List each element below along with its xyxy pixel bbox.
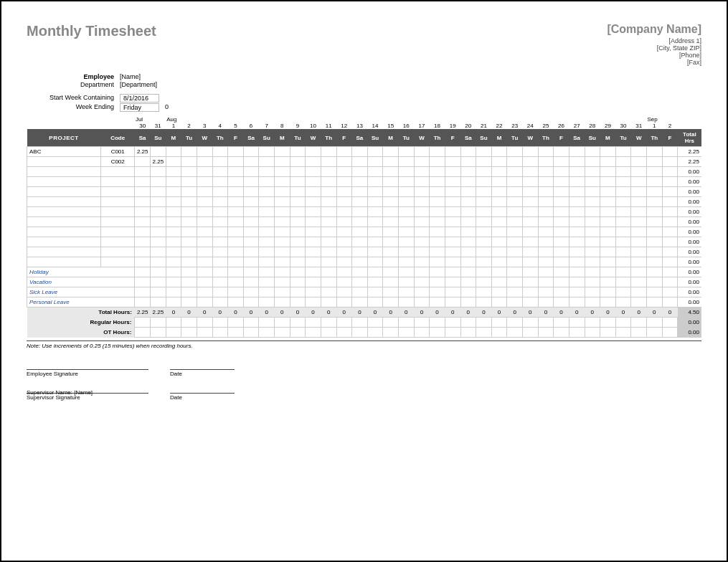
hour-cell[interactable]: [585, 237, 600, 247]
ot-hour-cell[interactable]: [476, 328, 492, 338]
hour-cell[interactable]: [631, 197, 647, 207]
hour-cell[interactable]: [476, 147, 492, 157]
hour-cell[interactable]: [647, 207, 663, 217]
hour-cell[interactable]: [383, 277, 399, 287]
hour-cell[interactable]: [181, 217, 197, 227]
ot-hour-cell[interactable]: [554, 328, 569, 338]
hour-cell[interactable]: [569, 297, 585, 308]
hour-cell[interactable]: [228, 157, 244, 167]
hour-cell[interactable]: [631, 297, 647, 308]
hour-cell[interactable]: [430, 197, 445, 207]
hour-cell[interactable]: [212, 297, 228, 308]
hour-cell[interactable]: [430, 207, 445, 217]
hour-cell[interactable]: [445, 157, 460, 167]
hour-cell[interactable]: [275, 187, 290, 197]
hour-cell[interactable]: [600, 287, 616, 297]
hour-cell[interactable]: [523, 167, 539, 177]
hour-cell[interactable]: [476, 247, 492, 257]
hour-cell[interactable]: [460, 197, 476, 207]
hour-cell[interactable]: [615, 147, 631, 157]
hour-cell[interactable]: [507, 257, 523, 267]
hour-cell[interactable]: [600, 297, 616, 308]
hour-cell[interactable]: [135, 277, 151, 287]
hour-cell[interactable]: [647, 187, 663, 197]
hour-cell[interactable]: [197, 217, 212, 227]
hour-cell[interactable]: [383, 207, 399, 217]
hour-cell[interactable]: [306, 157, 321, 167]
hour-cell[interactable]: [321, 257, 336, 267]
hour-cell[interactable]: [151, 147, 166, 157]
hour-cell[interactable]: [445, 267, 460, 277]
hour-cell[interactable]: [491, 157, 507, 167]
hour-cell[interactable]: [352, 147, 368, 157]
hour-cell[interactable]: [523, 187, 539, 197]
regular-hour-cell[interactable]: [290, 318, 306, 328]
hour-cell[interactable]: [647, 287, 663, 297]
code-cell[interactable]: C001: [101, 147, 135, 157]
hour-cell[interactable]: [352, 167, 368, 177]
hour-cell[interactable]: [647, 217, 663, 227]
hour-cell[interactable]: [445, 257, 460, 267]
hour-cell[interactable]: [554, 227, 569, 237]
hour-cell[interactable]: [321, 297, 336, 308]
hour-cell[interactable]: [383, 287, 399, 297]
hour-cell[interactable]: [275, 267, 290, 277]
hour-cell[interactable]: [166, 297, 181, 308]
hour-cell[interactable]: [321, 227, 336, 237]
hour-cell[interactable]: [554, 157, 569, 167]
hour-cell[interactable]: [228, 197, 244, 207]
hour-cell[interactable]: [399, 157, 415, 167]
hour-cell[interactable]: [275, 227, 290, 237]
hour-cell[interactable]: [259, 227, 275, 237]
hour-cell[interactable]: [460, 267, 476, 277]
hour-cell[interactable]: [647, 267, 663, 277]
hour-cell[interactable]: [228, 187, 244, 197]
hour-cell[interactable]: [151, 287, 166, 297]
regular-hour-cell[interactable]: [569, 318, 585, 328]
hour-cell[interactable]: [647, 167, 663, 177]
hour-cell[interactable]: [383, 267, 399, 277]
ot-hour-cell[interactable]: [151, 328, 166, 338]
ot-hour-cell[interactable]: [631, 328, 647, 338]
hour-cell[interactable]: [212, 157, 228, 167]
hour-cell[interactable]: [367, 217, 383, 227]
hour-cell[interactable]: [460, 147, 476, 157]
project-cell[interactable]: Sick Leave: [27, 287, 135, 297]
hour-cell[interactable]: [336, 257, 352, 267]
regular-hour-cell[interactable]: [275, 318, 290, 328]
project-cell[interactable]: [27, 157, 101, 167]
hour-cell[interactable]: [383, 187, 399, 197]
hour-cell[interactable]: [523, 267, 539, 277]
hour-cell[interactable]: [476, 297, 492, 308]
regular-hour-cell[interactable]: [414, 318, 430, 328]
hour-cell[interactable]: [135, 287, 151, 297]
hour-cell[interactable]: [554, 207, 569, 217]
regular-hour-cell[interactable]: [647, 318, 663, 328]
hour-cell[interactable]: [228, 177, 244, 187]
hour-cell[interactable]: [554, 197, 569, 207]
hour-cell[interactable]: [631, 157, 647, 167]
hour-cell[interactable]: [290, 167, 306, 177]
hour-cell[interactable]: [383, 257, 399, 267]
hour-cell[interactable]: [228, 287, 244, 297]
hour-cell[interactable]: [507, 197, 523, 207]
hour-cell[interactable]: [336, 167, 352, 177]
hour-cell[interactable]: [615, 187, 631, 197]
hour-cell[interactable]: [460, 257, 476, 267]
code-cell[interactable]: [101, 237, 135, 247]
hour-cell[interactable]: [151, 237, 166, 247]
hour-cell[interactable]: [259, 277, 275, 287]
hour-cell[interactable]: [399, 267, 415, 277]
project-cell[interactable]: [27, 177, 101, 187]
ot-hour-cell[interactable]: [228, 328, 244, 338]
hour-cell[interactable]: [507, 227, 523, 237]
regular-hour-cell[interactable]: [259, 318, 275, 328]
hour-cell[interactable]: [569, 287, 585, 297]
hour-cell[interactable]: [151, 207, 166, 217]
hour-cell[interactable]: [321, 147, 336, 157]
hour-cell[interactable]: [367, 177, 383, 187]
regular-hour-cell[interactable]: [212, 318, 228, 328]
hour-cell[interactable]: [321, 217, 336, 227]
ot-hour-cell[interactable]: [259, 328, 275, 338]
hour-cell[interactable]: [259, 197, 275, 207]
